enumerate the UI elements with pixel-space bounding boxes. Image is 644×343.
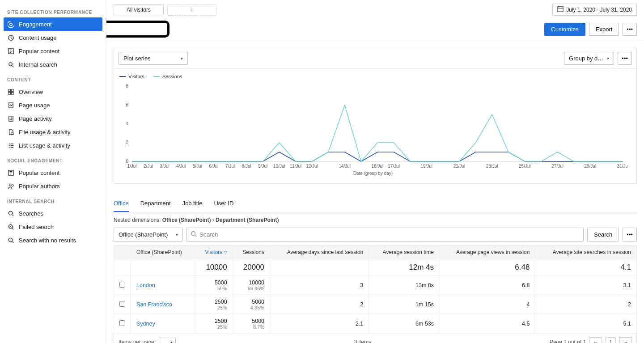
svg-line-61 <box>195 235 197 237</box>
date-range-picker[interactable]: July 1, 2020 - July 31, 2020 <box>552 4 637 16</box>
plot-series-select[interactable]: Plot series▾ <box>119 52 188 65</box>
table-row: Sydney250025%50008.7%2.16m 53s4.55.1 <box>114 314 637 334</box>
sidebar-item-search-with-no-results[interactable]: Search with no results <box>0 233 106 247</box>
col-avg-days[interactable]: Average days since last session <box>270 246 369 259</box>
row-checkbox[interactable] <box>119 301 125 307</box>
more-button[interactable]: ••• <box>623 23 637 36</box>
sidebar-item-label: Page activity <box>19 115 52 122</box>
table-row: San Francisco250025%50004.35%21m 15s42 <box>114 295 637 314</box>
svg-text:25/Jul: 25/Jul <box>519 164 531 169</box>
col-avg-time[interactable]: Average session time <box>369 246 440 259</box>
customize-button[interactable]: Customize <box>544 23 585 36</box>
office-link[interactable]: San Francisco <box>136 301 172 308</box>
sidebar-item-engagement[interactable]: Engagement <box>4 17 102 31</box>
svg-rect-7 <box>8 92 10 94</box>
tab-office[interactable]: Office <box>114 197 129 212</box>
items-per-page-select[interactable]: ...▾ <box>159 338 176 343</box>
more-horizontal-icon: ••• <box>627 26 633 33</box>
col-visitors[interactable]: Visitors ▽ <box>195 246 233 259</box>
engagement-icon <box>7 21 14 28</box>
sidebar-item-popular-authors[interactable]: Popular authors <box>0 179 106 193</box>
row-checkbox[interactable] <box>119 282 125 288</box>
sidebar-heading: SOCIAL ENGAGEMENT <box>0 152 106 166</box>
sidebar-item-label: Popular content <box>19 169 59 176</box>
svg-text:14/Jul: 14/Jul <box>339 164 351 169</box>
calendar-icon <box>557 6 564 13</box>
overview-icon <box>7 88 14 95</box>
sidebar-item-label: File usage & activity <box>19 129 71 136</box>
col-sessions[interactable]: Sessions <box>233 246 270 259</box>
svg-point-0 <box>9 23 12 25</box>
chart-panel: Plot series▾ Group by d…▾ ••• Visitors S… <box>114 48 637 184</box>
visitors-tab[interactable]: All visitors <box>114 4 164 15</box>
svg-text:29/Jul: 29/Jul <box>584 164 596 169</box>
sidebar-item-list-usage-activity[interactable]: List usage & activity <box>0 139 106 152</box>
svg-text:6/Jul: 6/Jul <box>209 164 218 169</box>
sidebar-item-label: Search with no results <box>19 237 76 244</box>
popular-content-icon <box>7 169 14 176</box>
svg-point-18 <box>8 211 12 215</box>
list-usage-icon <box>7 142 14 149</box>
title-row: Engagement Customize Export ••• <box>106 16 644 41</box>
table-more-button[interactable]: ••• <box>623 228 637 241</box>
svg-text:23/Jul: 23/Jul <box>486 164 498 169</box>
totals-row: 10000 20000 12m 4s 6.48 4.1 <box>114 259 637 276</box>
col-avg-search[interactable]: Average site searches in session <box>535 246 637 259</box>
sidebar-item-searches[interactable]: Searches <box>0 207 106 220</box>
chart-more-button[interactable]: ••• <box>618 52 632 65</box>
more-horizontal-icon: ••• <box>627 231 633 238</box>
tab-user-id[interactable]: User ID <box>214 197 233 212</box>
prev-page-button[interactable]: ← <box>589 337 602 343</box>
col-avg-pv[interactable]: Average page views in session <box>440 246 535 259</box>
search-button[interactable]: Search <box>587 228 619 241</box>
svg-line-14 <box>13 134 14 135</box>
svg-text:19/Jul: 19/Jul <box>420 164 432 169</box>
content: Plot series▾ Group by d…▾ ••• Visitors S… <box>106 41 644 343</box>
svg-line-19 <box>12 214 13 216</box>
search-input[interactable] <box>197 228 580 241</box>
add-tab-button[interactable]: + <box>167 4 216 16</box>
pager: Page 1 out of 1 ← 1 → <box>550 337 632 343</box>
svg-text:1/Jul: 1/Jul <box>127 164 136 169</box>
chevron-down-icon: ▾ <box>181 56 183 61</box>
search-icon <box>7 210 14 217</box>
search-row: Office (SharePoint)▾ Search ••• <box>114 228 637 241</box>
arrow-annotation <box>106 21 169 38</box>
sort-desc-icon: ▽ <box>224 250 227 255</box>
svg-text:21/Jul: 21/Jul <box>453 164 466 169</box>
export-button[interactable]: Export <box>589 23 619 36</box>
sidebar-item-failed-search[interactable]: Failed search <box>0 220 106 233</box>
page-info: Page 1 out of 1 <box>550 339 586 343</box>
dimension-select[interactable]: Office (SharePoint)▾ <box>114 228 183 241</box>
svg-text:4: 4 <box>126 121 128 126</box>
svg-text:31/Jul: 31/Jul <box>617 164 627 169</box>
office-link[interactable]: Sydney <box>136 321 155 327</box>
sidebar-item-label: Popular content <box>19 48 59 55</box>
svg-text:5/Jul: 5/Jul <box>193 164 202 169</box>
group-by-select[interactable]: Group by d…▾ <box>564 52 614 65</box>
page-title: Engagement <box>114 24 167 34</box>
sidebar-item-popular-content[interactable]: Popular content <box>0 44 106 58</box>
item-count: 3 items <box>176 339 550 343</box>
sidebar-item-internal-search[interactable]: Internal search <box>0 58 106 71</box>
search-input-wrap <box>186 228 584 241</box>
col-office[interactable]: Office (SharePoint) <box>131 246 195 259</box>
page-usage-icon <box>7 102 14 109</box>
sidebar-item-page-activity[interactable]: Page activity <box>0 112 106 125</box>
tab-department[interactable]: Department <box>140 197 171 212</box>
sidebar-item-content-usage[interactable]: Content usage <box>0 31 106 44</box>
office-link[interactable]: London <box>136 282 155 288</box>
row-checkbox[interactable] <box>119 320 125 326</box>
svg-rect-6 <box>11 89 13 91</box>
popular-content-icon <box>7 47 14 55</box>
svg-line-25 <box>12 241 13 242</box>
tab-job-title[interactable]: Job title <box>182 197 203 212</box>
sidebar-item-page-usage[interactable]: Page usage <box>0 98 106 112</box>
next-page-button[interactable]: → <box>619 337 632 343</box>
sidebar-item-overview[interactable]: Overview <box>0 85 106 98</box>
sidebar-item-popular-content[interactable]: Popular content <box>0 166 106 179</box>
svg-text:2/Jul: 2/Jul <box>144 164 153 169</box>
sidebar-item-file-usage-activity[interactable]: File usage & activity <box>0 125 106 139</box>
col-checkbox <box>114 246 131 259</box>
svg-text:17/Jul: 17/Jul <box>388 164 400 169</box>
